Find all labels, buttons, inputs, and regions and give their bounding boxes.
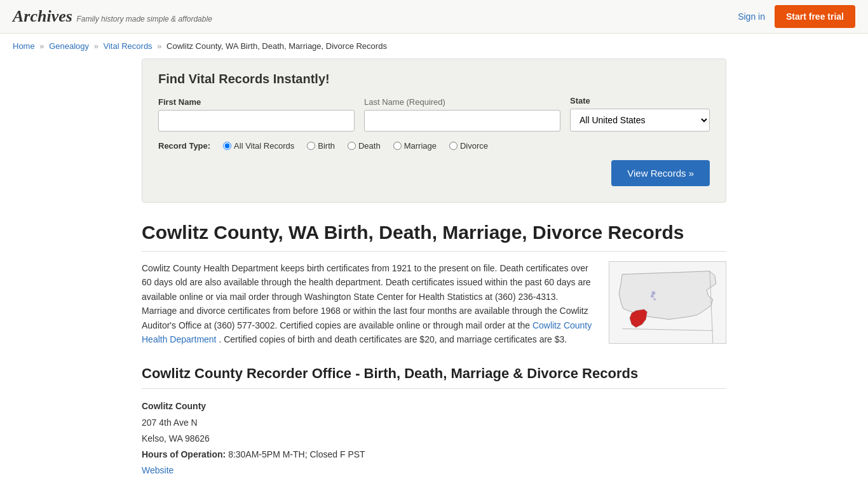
county-name: Cowlitz County — [142, 398, 726, 414]
radio-death-input[interactable] — [348, 142, 356, 150]
map-states — [609, 262, 725, 343]
state-group: State All United States — [570, 96, 710, 132]
map-dot-1 — [651, 291, 655, 295]
map-dot-3 — [653, 298, 656, 301]
hours-label: Hours of Operation: — [142, 449, 226, 459]
search-form-row: First Name Last Name (Required) State Al… — [158, 96, 710, 132]
radio-divorce-label: Divorce — [460, 141, 488, 151]
record-type-label: Record Type: — [158, 141, 210, 151]
first-name-group: First Name — [158, 97, 355, 132]
first-name-label: First Name — [158, 97, 355, 107]
site-header: Archives Family history made simple & af… — [0, 0, 868, 34]
radio-all-vital[interactable]: All Vital Records — [223, 141, 294, 151]
state-label: State — [570, 96, 710, 105]
record-type-row: Record Type: All Vital Records Birth Dea… — [158, 141, 710, 151]
radio-marriage-label: Marriage — [404, 141, 437, 151]
address-line-2: Kelso, WA 98626 — [142, 431, 726, 447]
hours-value-text: 8:30AM-5PM M-TH; Closed F PST — [228, 449, 365, 459]
hours-row: Hours of Operation: 8:30AM-5PM M-TH; Clo… — [142, 447, 726, 463]
description-text-2: . Certified copies of birth and death ce… — [219, 334, 567, 344]
logo-text: Archives — [13, 7, 72, 25]
logo-tagline: Family history made simple & affordable — [76, 15, 212, 24]
map-area — [609, 261, 726, 346]
header-right: Sign in Start free trial — [738, 5, 855, 28]
breadcrumb-vital-records[interactable]: Vital Records — [104, 41, 153, 51]
main-content: Find Vital Records Instantly! First Name… — [129, 58, 739, 488]
last-name-input[interactable] — [364, 110, 560, 132]
radio-marriage-input[interactable] — [393, 142, 402, 150]
view-records-button[interactable]: View Records » — [611, 160, 710, 186]
description-text-1: Cowlitz County Health Department keeps b… — [142, 263, 591, 330]
radio-birth-input[interactable] — [307, 142, 315, 150]
radio-birth-label: Birth — [318, 141, 335, 151]
header-left: Archives Family history made simple & af… — [13, 7, 212, 26]
address-line-1: 207 4th Ave N — [142, 415, 726, 431]
search-title: Find Vital Records Instantly! — [158, 72, 710, 86]
breadcrumb-current: Cowlitz County, WA Birth, Death, Marriag… — [166, 41, 387, 51]
radio-all-vital-input[interactable] — [223, 142, 231, 150]
content-area: Cowlitz County Health Department keeps b… — [142, 261, 726, 346]
breadcrumb-genealogy[interactable]: Genealogy — [49, 41, 89, 51]
last-name-label: Last Name (Required) — [364, 97, 560, 107]
breadcrumb-sep-3: » — [157, 41, 161, 51]
radio-all-vital-label: All Vital Records — [234, 141, 294, 151]
breadcrumb-sep-1: » — [39, 41, 44, 51]
radio-divorce[interactable]: Divorce — [449, 141, 488, 151]
radio-divorce-input[interactable] — [449, 142, 458, 150]
start-trial-button[interactable]: Start free trial — [775, 5, 855, 28]
last-name-group: Last Name (Required) — [364, 97, 560, 132]
state-select[interactable]: All United States — [570, 109, 710, 132]
recorder-info: Cowlitz County 207 4th Ave N Kelso, WA 9… — [142, 398, 726, 478]
map-dot-2 — [651, 295, 654, 298]
breadcrumb-home[interactable]: Home — [13, 41, 35, 51]
recorder-section-title: Cowlitz County Recorder Office - Birth, … — [142, 365, 726, 389]
breadcrumb: Home » Genealogy » Vital Records » Cowli… — [0, 34, 868, 58]
content-text: Cowlitz County Health Department keeps b… — [142, 261, 593, 346]
recorder-section: Cowlitz County Recorder Office - Birth, … — [142, 365, 726, 478]
view-records-row: View Records » — [158, 160, 710, 186]
radio-death-label: Death — [358, 141, 381, 151]
radio-group: All Vital Records Birth Death Marriage D… — [223, 141, 491, 151]
website-row: Website — [142, 463, 726, 478]
sign-in-link[interactable]: Sign in — [738, 11, 765, 22]
breadcrumb-sep-2: » — [94, 41, 98, 51]
page-title: Cowlitz County, WA Birth, Death, Marriag… — [142, 222, 726, 252]
radio-birth[interactable]: Birth — [307, 141, 335, 151]
site-logo: Archives Family history made simple & af… — [13, 7, 212, 26]
description-paragraph: Cowlitz County Health Department keeps b… — [142, 261, 593, 346]
first-name-input[interactable] — [158, 110, 355, 132]
radio-death[interactable]: Death — [348, 141, 381, 151]
wa-state-map — [609, 261, 726, 344]
search-box: Find Vital Records Instantly! First Name… — [142, 58, 726, 203]
website-link[interactable]: Website — [142, 465, 173, 475]
radio-marriage[interactable]: Marriage — [393, 141, 437, 151]
